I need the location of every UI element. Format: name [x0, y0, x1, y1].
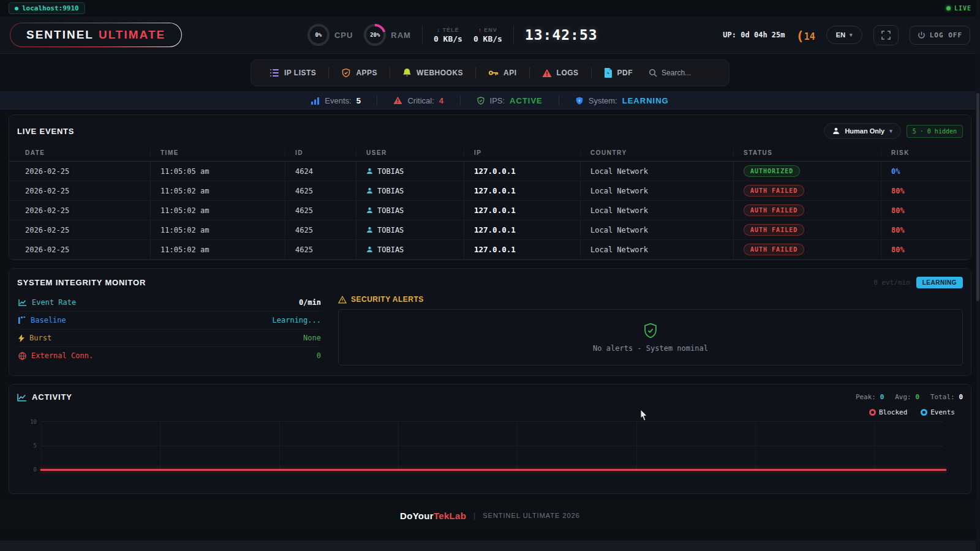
cell-user: TOBIAS [356, 162, 464, 181]
rate-faint: 0 evt/min [873, 279, 910, 287]
cell-status: AUTHORIZED [733, 162, 881, 181]
tab-label: API [503, 69, 517, 77]
cell-date: 2026-02-25 [25, 246, 150, 254]
tab-apps[interactable]: APPS [331, 62, 387, 83]
cell-id: 4625 [285, 220, 356, 239]
warning-triangle-icon [338, 296, 347, 304]
table-row[interactable]: 2026-02-25 11:05:02 am 4625 TOBIAS 127.0… [9, 201, 971, 220]
person-icon [366, 227, 373, 233]
chevron-down-icon: ▾ [850, 32, 853, 38]
plot-area: 10 5 0 [41, 421, 943, 470]
peak-value: 0 [880, 393, 884, 401]
metric-event-rate: Event Rate 0/min [17, 294, 322, 312]
cell-date: 2026-02-25 [25, 226, 150, 234]
cell-country: Local Network [580, 162, 733, 181]
host-badge[interactable]: localhost:9910 [9, 2, 85, 14]
flame-metric: ( 14 [796, 28, 815, 43]
column-header: TIME [150, 149, 285, 156]
tab-webhooks[interactable]: WEBHOOKS [393, 62, 473, 83]
cell-id: 4624 [285, 162, 356, 181]
cell-time: 11:05:02 am [150, 201, 285, 220]
bolt-icon [18, 334, 24, 342]
status-ips: IPS: ACTIVE [477, 96, 543, 105]
legend-events[interactable]: Events [921, 408, 955, 416]
shield-icon [575, 96, 584, 105]
tab-pdf[interactable]: PDF [594, 62, 643, 83]
cell-status: AUTH FAILED [733, 240, 881, 259]
status-badge: AUTH FAILED [744, 224, 804, 236]
human-only-filter[interactable]: Human Only ▾ [824, 123, 900, 139]
footer-brand: DoYourTekLab [400, 511, 466, 521]
language-selector[interactable]: EN ▾ [826, 26, 862, 44]
person-icon [366, 246, 373, 253]
table-row[interactable]: 2026-02-25 11:05:02 am 4625 TOBIAS 127.0… [9, 220, 971, 240]
tab-divider [475, 67, 476, 78]
integrity-metrics: Event Rate 0/min Baseline Learning... Bu… [17, 294, 322, 365]
risk-value: 80% [891, 226, 905, 234]
table-row[interactable]: 2026-02-25 11:05:02 am 4625 TOBIAS 127.0… [9, 181, 971, 201]
status-strip: Events: 5 Critical: 4 IPS: ACTIVE System… [0, 91, 980, 110]
search-icon [649, 69, 657, 77]
cell-id: 4625 [285, 240, 356, 259]
table-body: 2026-02-25 11:05:05 am 4624 TOBIAS 127.0… [9, 162, 971, 260]
avg-value: 0 [915, 393, 919, 401]
cell-id: 4625 [285, 181, 356, 200]
status-badge: AUTH FAILED [744, 204, 804, 216]
activity-card: ACTIVITY Peak: 0 Avg: 0 Total: 0 Blocked… [9, 384, 971, 494]
column-header: STATUS [733, 149, 881, 156]
warning-triangle-icon [393, 96, 402, 105]
tab-label: WEBHOOKS [417, 69, 463, 77]
tab-api[interactable]: API [478, 62, 527, 83]
events-value: 5 [356, 96, 361, 105]
header-divider [422, 26, 423, 44]
live-events-title: LIVE EVENTS [17, 127, 74, 136]
cell-risk: 80% [881, 240, 971, 259]
table-row[interactable]: 2026-02-25 11:05:02 am 4625 TOBIAS 127.0… [9, 240, 971, 260]
column-header: IP [464, 149, 580, 156]
status-divider [559, 96, 559, 105]
chevron-down-icon: ▾ [889, 128, 892, 134]
shield-check-icon [341, 68, 351, 78]
cell-id: 4625 [285, 201, 356, 220]
bell-icon [402, 68, 412, 78]
cell-status: AUTH FAILED [733, 181, 881, 200]
filter-label: Human Only [845, 127, 884, 135]
person-icon [366, 207, 373, 214]
fullscreen-button[interactable] [873, 25, 899, 45]
brand-logo: SENTINEL ULTIMATE [10, 23, 182, 47]
search-input[interactable] [662, 69, 714, 77]
system-value: LEARNING [622, 96, 669, 105]
cpu-value: 0% [310, 26, 327, 43]
cell-user: TOBIAS [356, 181, 464, 200]
metric-burst: Burst None [17, 329, 322, 347]
column-header: USER [356, 149, 464, 156]
table-row[interactable]: 2026-02-25 11:05:05 am 4624 TOBIAS 127.0… [9, 162, 971, 181]
status-divider [460, 96, 461, 105]
mouse-cursor [640, 409, 649, 421]
log-off-button[interactable]: LOG OFF [910, 26, 970, 45]
cell-date: 2026-02-25 [25, 206, 150, 215]
line-chart-icon [17, 393, 27, 402]
column-header: DATE [25, 149, 150, 156]
metric-baseline: Baseline Learning... [17, 312, 322, 329]
globe-icon [18, 352, 26, 360]
warning-triangle-icon [542, 69, 552, 78]
brand-primary: SENTINEL [26, 28, 94, 42]
tab-logs[interactable]: LOGS [532, 63, 589, 83]
pdf-file-icon [604, 68, 612, 78]
nav-bar: IP LISTS APPS WEBHOOKS API [251, 59, 729, 86]
tab-ip-lists[interactable]: IP LISTS [260, 62, 326, 83]
host-status-dot [15, 7, 18, 10]
brand-secondary: ULTIMATE [99, 28, 165, 42]
live-events-card: LIVE EVENTS Human Only ▾ 5 · 0 hidden DA… [9, 114, 971, 260]
events-ring-icon [921, 409, 927, 416]
top-status-bar: localhost:9910 LIVE [0, 0, 980, 17]
cell-country: Local Network [580, 181, 733, 200]
live-label: LIVE [954, 5, 971, 12]
tab-label: APPS [356, 69, 377, 77]
legend-blocked[interactable]: Blocked [869, 408, 907, 416]
cell-status: AUTH FAILED [733, 201, 881, 220]
cell-risk: 80% [881, 201, 971, 220]
y-tick: 5 [34, 443, 37, 449]
scrollbar-thumb[interactable] [976, 93, 979, 301]
